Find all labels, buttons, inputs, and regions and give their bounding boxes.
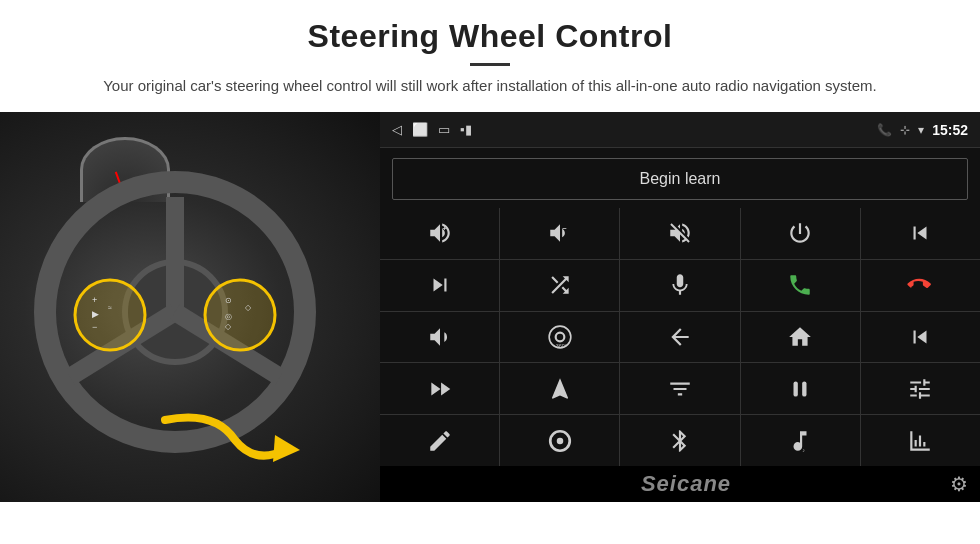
back-arrow-button[interactable] xyxy=(620,312,739,363)
next-button[interactable] xyxy=(380,260,499,311)
settings-gear-icon[interactable]: ⚙ xyxy=(950,472,968,496)
pen-button[interactable] xyxy=(380,415,499,466)
svg-marker-15 xyxy=(273,435,300,462)
svg-text:♪: ♪ xyxy=(802,446,805,452)
signal-bars-icon: ▪▮ xyxy=(460,122,472,137)
svg-text:360°: 360° xyxy=(555,343,566,349)
hang-up-button[interactable] xyxy=(861,260,980,311)
mute-button[interactable] xyxy=(620,208,739,259)
steering-wheel-panel: + ▶ − ≈ ⊙ ◎ ◇ ◇ xyxy=(0,112,380,502)
status-right-icons: 📞 ⊹ ▾ 15:52 xyxy=(877,122,968,138)
svg-text:◇: ◇ xyxy=(225,322,232,331)
power-button[interactable] xyxy=(741,208,860,259)
shuffle-button[interactable] xyxy=(500,260,619,311)
svg-text:≈: ≈ xyxy=(108,304,112,311)
wifi-status-icon: ▾ xyxy=(918,123,924,137)
navigate-button[interactable] xyxy=(500,363,619,414)
svg-rect-20 xyxy=(794,381,798,396)
vol-down-button[interactable]: − xyxy=(500,208,619,259)
brand-name: Seicane xyxy=(422,471,950,497)
page-wrapper: Steering Wheel Control Your original car… xyxy=(0,0,980,502)
circle-btn-button[interactable] xyxy=(500,415,619,466)
svg-text:◎: ◎ xyxy=(225,312,232,321)
home-button[interactable] xyxy=(741,312,860,363)
svg-rect-21 xyxy=(802,381,806,396)
home-nav-icon[interactable]: ⬜ xyxy=(412,122,428,137)
title-divider xyxy=(470,63,510,66)
header-section: Steering Wheel Control Your original car… xyxy=(0,0,980,108)
brand-bar: Seicane ⚙ xyxy=(380,466,980,502)
sliders-button[interactable] xyxy=(861,363,980,414)
svg-text:−: − xyxy=(92,322,97,332)
svg-text:◇: ◇ xyxy=(245,303,252,312)
phone-call-button[interactable] xyxy=(741,260,860,311)
svg-point-23 xyxy=(557,437,564,444)
recents-nav-icon[interactable]: ▭ xyxy=(438,122,450,137)
phone-status-icon: 📞 xyxy=(877,123,892,137)
horn-button[interactable] xyxy=(380,312,499,363)
svg-point-5 xyxy=(75,280,145,350)
equalizer-button[interactable] xyxy=(620,363,739,414)
mic-button[interactable] xyxy=(620,260,739,311)
svg-text:+: + xyxy=(92,295,97,305)
record-button[interactable] xyxy=(741,363,860,414)
status-left-icons: ◁ ⬜ ▭ ▪▮ xyxy=(392,122,472,137)
chart-button[interactable] xyxy=(861,415,980,466)
svg-text:−: − xyxy=(562,224,567,233)
svg-text:▶: ▶ xyxy=(92,309,99,319)
svg-point-18 xyxy=(555,333,564,342)
begin-learn-row: Begin learn xyxy=(380,148,980,208)
fast-forward-button[interactable] xyxy=(380,363,499,414)
location-status-icon: ⊹ xyxy=(900,123,910,137)
svg-text:⊙: ⊙ xyxy=(225,296,232,305)
content-area: + ▶ − ≈ ⊙ ◎ ◇ ◇ xyxy=(0,112,980,502)
svg-text:+: + xyxy=(442,224,447,233)
page-title: Steering Wheel Control xyxy=(60,18,920,55)
head-unit-panel: ◁ ⬜ ▭ ▪▮ 📞 ⊹ ▾ 15:52 Begin learn xyxy=(380,112,980,502)
back-nav-icon[interactable]: ◁ xyxy=(392,122,402,137)
control-grid: + − xyxy=(380,208,980,466)
svg-point-10 xyxy=(205,280,275,350)
begin-learn-button[interactable]: Begin learn xyxy=(392,158,968,200)
prev-phone-button[interactable] xyxy=(861,208,980,259)
skip-back-button[interactable] xyxy=(861,312,980,363)
status-bar: ◁ ⬜ ▭ ▪▮ 📞 ⊹ ▾ 15:52 xyxy=(380,112,980,148)
arrow-icon xyxy=(155,400,305,480)
bluetooth-button[interactable] xyxy=(620,415,739,466)
header-description: Your original car's steering wheel contr… xyxy=(100,74,880,98)
music-button[interactable]: ♪ xyxy=(741,415,860,466)
camera-360-button[interactable]: 360° xyxy=(500,312,619,363)
clock-display: 15:52 xyxy=(932,122,968,138)
vol-up-button[interactable]: + xyxy=(380,208,499,259)
